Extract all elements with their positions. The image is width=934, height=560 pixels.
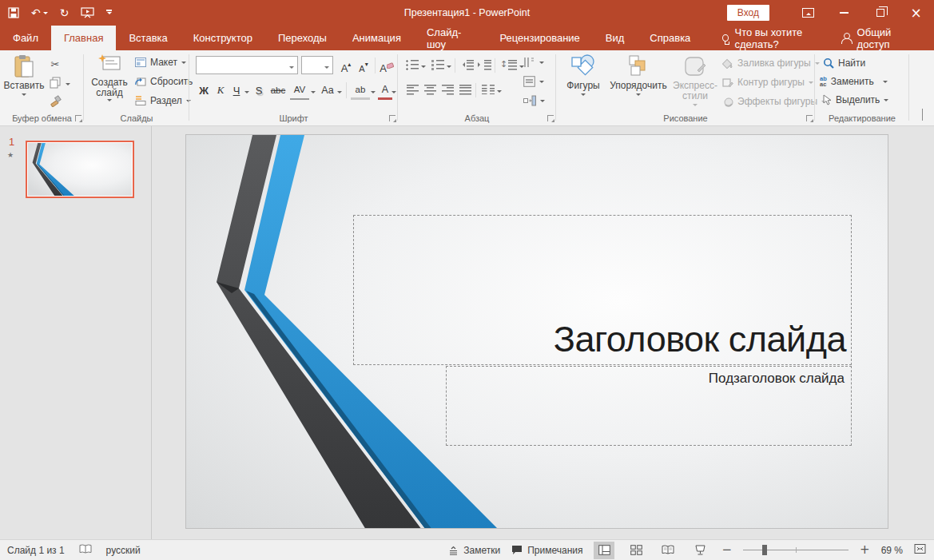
tab-transitions[interactable]: Переходы [265, 26, 340, 50]
bullets-button[interactable] [404, 58, 420, 72]
font-color-dropdown-icon[interactable] [391, 91, 396, 96]
highlight-button[interactable]: ab [351, 81, 370, 100]
zoom-in-button[interactable]: + [860, 544, 870, 556]
replace-button[interactable]: abac Заменить [820, 76, 888, 87]
underline-button[interactable]: Ч [229, 81, 244, 100]
strikethrough-button[interactable]: abc [268, 81, 288, 100]
bold-button[interactable]: Ж [196, 81, 212, 100]
paste-dropdown-icon[interactable] [22, 93, 26, 98]
language-indicator[interactable]: русский [106, 545, 141, 556]
comments-button[interactable]: Примечания [511, 545, 582, 556]
font-color-button[interactable]: А [378, 81, 392, 100]
font-name-dropdown-icon[interactable] [289, 66, 294, 71]
find-button[interactable]: Найти [823, 58, 865, 69]
fit-slide-button[interactable] [914, 543, 926, 557]
shrink-font-button[interactable]: А▾ [356, 57, 372, 73]
character-spacing-dropdown-icon[interactable] [311, 91, 316, 96]
copy-dropdown-icon[interactable] [66, 83, 70, 88]
copy-icon[interactable] [48, 75, 62, 89]
zoom-level[interactable]: 69 % [881, 545, 903, 556]
decrease-indent-button[interactable] [459, 58, 475, 72]
tab-file[interactable]: Файл [0, 26, 51, 50]
subtitle-placeholder[interactable]: Подзаголовок слайда [446, 366, 852, 446]
underline-dropdown-icon[interactable] [244, 91, 249, 96]
convert-smartart-button[interactable] [523, 95, 545, 106]
sign-in-button[interactable]: Вход [727, 5, 769, 21]
numbering-button[interactable] [430, 58, 446, 72]
shape-outline-button[interactable]: Контур фигуры [722, 77, 813, 88]
view-slideshow-button[interactable] [690, 542, 710, 559]
arrange-dropdown-icon[interactable] [636, 93, 641, 98]
change-case-button[interactable]: Aa [319, 81, 336, 100]
close-button[interactable]: × [898, 0, 934, 26]
italic-button[interactable]: К [213, 81, 228, 100]
bullets-dropdown-icon[interactable] [421, 66, 426, 70]
increase-indent-button[interactable] [476, 58, 492, 72]
view-normal-button[interactable] [594, 542, 614, 559]
tab-slideshow[interactable]: Слайд-шоу [414, 26, 487, 50]
zoom-slider-thumb[interactable] [762, 545, 767, 555]
slide-counter[interactable]: Слайд 1 из 1 [7, 545, 65, 556]
share-button[interactable]: Общий доступ [841, 26, 934, 50]
font-name-combobox[interactable] [196, 56, 298, 74]
drawing-dialog-launcher[interactable] [806, 115, 813, 121]
cut-icon[interactable]: ✂ [48, 57, 62, 71]
layout-button[interactable]: Макет [135, 57, 186, 68]
slide-canvas[interactable]: Заголовок слайда Подзаголовок слайда [185, 134, 888, 529]
slide-title-text[interactable]: Заголовок слайда [554, 320, 846, 358]
clipboard-dialog-launcher[interactable] [75, 115, 81, 121]
text-shadow-button[interactable]: S [252, 81, 266, 100]
tab-insert[interactable]: Вставка [116, 26, 180, 50]
minimize-button[interactable] [826, 0, 862, 26]
font-dialog-launcher[interactable] [389, 115, 395, 121]
align-left-button[interactable] [404, 82, 420, 97]
tab-home[interactable]: Главная [51, 26, 116, 50]
paragraph-dialog-launcher[interactable] [547, 115, 554, 121]
zoom-out-button[interactable]: − [721, 544, 732, 556]
shape-effects-button[interactable]: Эффекты фигуры [722, 96, 826, 107]
notes-button[interactable]: Заметки [448, 545, 500, 556]
slide-subtitle-text[interactable]: Подзаголовок слайда [709, 371, 845, 387]
section-button[interactable]: Раздел [135, 95, 191, 106]
tab-review[interactable]: Рецензирование [487, 26, 592, 50]
paste-button[interactable]: Вставить [6, 54, 42, 98]
clear-formatting-button[interactable]: А [378, 57, 395, 73]
highlight-dropdown-icon[interactable] [371, 91, 376, 96]
new-slide-button[interactable]: Создатьслайд [89, 54, 130, 104]
shapes-dropdown-icon[interactable] [581, 93, 586, 98]
collapse-ribbon-button[interactable] [922, 109, 923, 121]
shapes-button[interactable]: Фигуры [562, 54, 604, 98]
zoom-slider[interactable] [743, 550, 849, 550]
select-button[interactable]: Выделить [823, 94, 888, 105]
view-slide-sorter-button[interactable] [626, 542, 646, 559]
line-spacing-button[interactable] [499, 58, 519, 72]
spellcheck-icon[interactable] [79, 544, 92, 557]
slide-thumbnail[interactable] [26, 141, 134, 198]
quick-styles-button[interactable]: Экспресс-стили [673, 54, 717, 109]
tell-me-box[interactable]: Что вы хотите сделать? [716, 26, 841, 50]
justify-button[interactable] [457, 82, 473, 97]
tab-design[interactable]: Конструктор [181, 26, 265, 50]
shape-fill-button[interactable]: Заливка фигуры [722, 58, 820, 69]
grow-font-button[interactable]: А▴ [338, 57, 354, 73]
font-size-dropdown-icon[interactable] [324, 66, 329, 71]
font-size-combobox[interactable] [301, 56, 333, 74]
new-slide-dropdown-icon[interactable] [107, 99, 112, 104]
columns-dropdown-icon[interactable] [497, 90, 502, 95]
text-direction-button[interactable] [523, 57, 544, 68]
arrange-button[interactable]: Упорядочить [607, 54, 670, 98]
ribbon-display-options-button[interactable] [790, 0, 826, 26]
quick-styles-dropdown-icon[interactable] [693, 104, 698, 109]
title-placeholder[interactable]: Заголовок слайда [353, 215, 852, 365]
columns-button[interactable] [480, 82, 496, 97]
align-right-button[interactable] [439, 82, 455, 97]
tab-help[interactable]: Справка [637, 26, 703, 50]
reset-button[interactable]: Сбросить [135, 76, 193, 87]
change-case-dropdown-icon[interactable] [337, 91, 342, 96]
align-center-button[interactable] [422, 82, 438, 97]
format-painter-icon[interactable] [48, 93, 62, 108]
view-reading-button[interactable] [658, 542, 678, 559]
tab-animations[interactable]: Анимация [340, 26, 414, 50]
tab-view[interactable]: Вид [593, 26, 638, 50]
numbering-dropdown-icon[interactable] [447, 66, 451, 70]
